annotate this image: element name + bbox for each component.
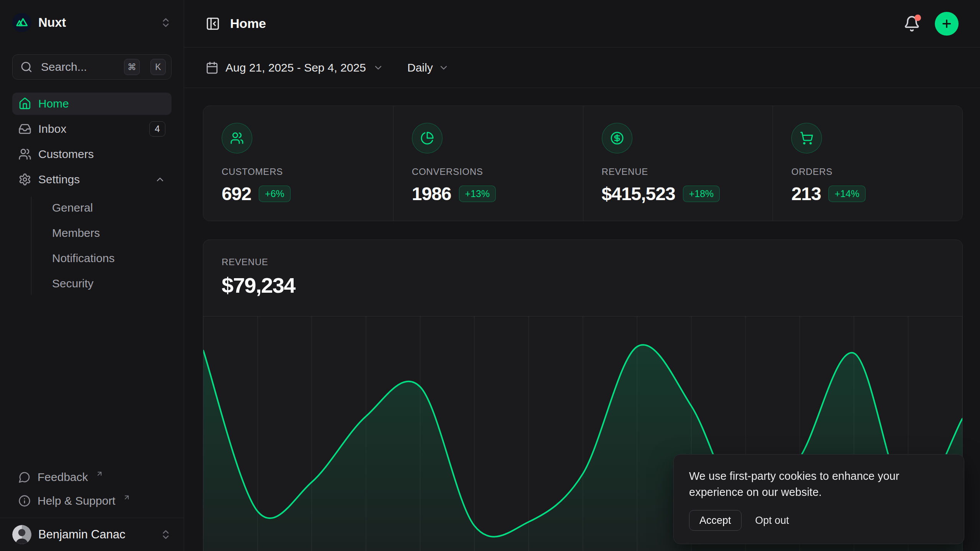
stat-card-conversions[interactable]: CONVERSIONS 1986 +13% [393, 106, 583, 221]
sidebar-item-general[interactable]: General [31, 198, 172, 217]
stat-value: 1986 [412, 183, 451, 204]
sidebar-item-label: Customers [38, 148, 94, 161]
workspace-name: Nuxt [38, 15, 66, 30]
chevron-down-icon [373, 62, 384, 73]
stat-delta-badge: +18% [683, 186, 720, 202]
chevron-up-icon [155, 174, 165, 185]
opt-out-button[interactable]: Opt out [755, 515, 789, 527]
info-circle-icon [18, 495, 31, 507]
inbox-count-badge: 4 [149, 121, 165, 137]
sidebar-item-notifications[interactable]: Notifications [31, 249, 172, 268]
sidebar: Nuxt ⌘ K Home Inb [0, 0, 184, 551]
stat-card-customers[interactable]: CUSTOMERS 692 +6% [203, 106, 393, 221]
filters-toolbar: Aug 21, 2025 - Sep 4, 2025 Daily [184, 47, 980, 88]
cookie-banner: We use first-party cookies to enhance yo… [673, 454, 964, 544]
pie-chart-icon [412, 123, 443, 153]
sidebar-item-inbox[interactable]: Inbox 4 [12, 118, 172, 140]
user-menu[interactable]: Benjamin Canac [0, 518, 184, 551]
stat-card-revenue[interactable]: REVENUE $415,523 +18% [583, 106, 773, 221]
sidebar-item-label: Home [38, 97, 69, 110]
search-input[interactable] [40, 60, 116, 74]
granularity-value: Daily [407, 61, 433, 74]
plus-icon [941, 18, 953, 30]
kbd-cmd: ⌘ [124, 59, 140, 75]
user-name: Benjamin Canac [38, 528, 125, 541]
stat-value: 213 [791, 183, 821, 204]
stats-panel: CUSTOMERS 692 +6% CONVERSIONS 1986 +13% [203, 106, 963, 221]
header-actions [903, 12, 959, 36]
workspace-switcher[interactable]: Nuxt [0, 0, 184, 32]
chevron-down-icon [438, 62, 449, 73]
kbd-k: K [150, 59, 166, 75]
sidebar-item-settings[interactable]: Settings [12, 168, 172, 191]
dollar-circle-icon [602, 123, 632, 153]
external-link-icon [123, 494, 131, 501]
settings-submenu: General Members Notifications Security [31, 197, 172, 295]
revenue-panel-label: REVENUE [222, 257, 944, 267]
sidebar-item-security[interactable]: Security [31, 274, 172, 293]
panel-collapse-icon[interactable] [206, 16, 220, 31]
chat-bubble-icon [18, 471, 31, 483]
help-support-link[interactable]: Help & Support [12, 491, 172, 511]
chevrons-up-down-icon [160, 529, 172, 540]
stat-label: ORDERS [791, 166, 944, 177]
notifications-bell-button[interactable] [903, 15, 920, 32]
date-range-value: Aug 21, 2025 - Sep 4, 2025 [225, 61, 366, 74]
sidebar-item-home[interactable]: Home [12, 93, 172, 115]
stat-delta-badge: +6% [259, 186, 291, 202]
home-icon [18, 97, 31, 110]
stat-card-orders[interactable]: ORDERS 213 +14% [773, 106, 962, 221]
sidebar-item-members[interactable]: Members [31, 223, 172, 243]
sidebar-footer: Feedback Help & Support [0, 467, 184, 518]
stat-delta-badge: +14% [828, 186, 866, 202]
stat-value: 692 [222, 183, 251, 204]
sidebar-item-label: Inbox [38, 122, 66, 135]
stat-label: CUSTOMERS [222, 166, 375, 177]
notification-dot [915, 15, 921, 21]
search-icon [20, 61, 33, 73]
revenue-panel-value: $79,234 [222, 273, 944, 298]
shopping-cart-icon [791, 123, 822, 153]
add-button[interactable] [935, 12, 959, 36]
avatar [12, 525, 31, 544]
cookie-message: We use first-party cookies to enhance yo… [689, 468, 919, 500]
chevrons-up-down-icon [160, 17, 172, 28]
users-icon [18, 148, 31, 161]
sidebar-nav: Home Inbox 4 Customers Settings [12, 93, 172, 295]
inbox-icon [18, 122, 31, 135]
stat-value: $415,523 [602, 183, 675, 204]
help-support-label: Help & Support [38, 494, 115, 507]
stat-label: REVENUE [602, 166, 755, 177]
feedback-link[interactable]: Feedback [12, 467, 172, 487]
granularity-select[interactable]: Daily [407, 61, 449, 74]
cookie-actions: Accept Opt out [689, 510, 949, 531]
date-range-picker[interactable]: Aug 21, 2025 - Sep 4, 2025 [206, 61, 384, 74]
users-icon [222, 123, 252, 153]
sidebar-item-label: Settings [38, 173, 80, 186]
calendar-icon [206, 61, 219, 74]
sidebar-item-customers[interactable]: Customers [12, 143, 172, 165]
page-header: Home [184, 0, 980, 47]
stat-label: CONVERSIONS [412, 166, 565, 177]
nuxt-logo-icon [12, 13, 31, 32]
feedback-label: Feedback [38, 471, 88, 484]
gear-icon [18, 173, 31, 186]
search-box[interactable]: ⌘ K [12, 54, 172, 80]
page-title: Home [230, 16, 266, 31]
external-link-icon [96, 470, 103, 478]
accept-button[interactable]: Accept [689, 510, 742, 531]
stat-delta-badge: +13% [459, 186, 496, 202]
